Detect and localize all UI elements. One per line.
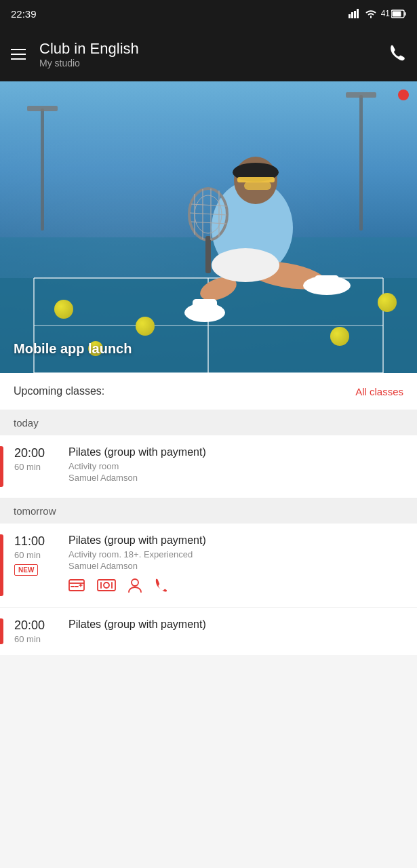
svg-point-42	[104, 583, 109, 588]
class-time: 20:00	[14, 446, 45, 460]
tennis-ball-1	[54, 300, 73, 319]
day-header-today: today	[0, 410, 417, 435]
tennis-ball-3	[330, 327, 349, 346]
classes-header: Upcoming classes: All classes	[0, 373, 417, 410]
status-time: 22:39	[11, 8, 37, 20]
svg-rect-1	[351, 12, 353, 18]
player-figure	[144, 140, 361, 339]
class-card: 20:00 60 min Pilates (group with payment…	[0, 435, 417, 498]
class-details-3: Pilates (group with payment)	[68, 618, 417, 644]
class-instructor-2: Samuel Adamson	[68, 561, 417, 571]
all-classes-link[interactable]: All classes	[355, 386, 403, 397]
pole-left	[41, 108, 44, 231]
class-indicator-3	[0, 618, 3, 644]
class-instructor: Samuel Adamson	[68, 473, 417, 483]
class-duration-3: 60 min	[14, 634, 41, 644]
hero-section: Mobile app launch	[0, 81, 417, 373]
class-indicator	[0, 446, 3, 487]
menu-button[interactable]	[11, 49, 26, 60]
day-header-tomorrow: tomorrow	[0, 498, 417, 524]
payment-card-icon[interactable]	[68, 579, 85, 595]
tennis-ball-4	[378, 293, 397, 312]
class-room: Activity room	[68, 461, 417, 471]
tennis-ball-2	[136, 317, 155, 336]
svg-rect-3	[357, 9, 359, 18]
battery-level: 41	[381, 9, 390, 18]
class-card-tomorrow-1: 11:00 60 min NEW Pilates (group with pay…	[0, 524, 417, 608]
header-title-block: Club in English My studio	[39, 40, 387, 68]
battery-indicator: 41	[381, 9, 406, 18]
day-label-today: today	[14, 417, 39, 429]
upcoming-classes-label: Upcoming classes:	[14, 385, 104, 397]
status-bar: 22:39 41	[0, 0, 417, 27]
cash-icon[interactable]	[97, 579, 116, 595]
phone-icon	[387, 43, 406, 62]
class-time-block: 20:00 60 min	[14, 446, 68, 487]
svg-rect-5	[405, 12, 406, 16]
svg-point-45	[132, 579, 138, 586]
class-duration: 60 min	[14, 462, 41, 472]
app-subtitle: My studio	[39, 58, 387, 68]
class-room-2: Activity room. 18+. Experienced	[68, 549, 417, 559]
svg-point-22	[212, 248, 279, 282]
class-actions	[68, 578, 417, 596]
class-card-tomorrow-2: 20:00 60 min Pilates (group with payment…	[0, 608, 417, 655]
class-details: Pilates (group with payment) Activity ro…	[68, 446, 417, 487]
class-time-2: 11:00	[14, 534, 45, 549]
class-time-3: 20:00	[14, 618, 45, 633]
notification-dot	[398, 90, 409, 100]
status-icons: 41	[349, 9, 406, 18]
app-title: Club in English	[39, 40, 387, 58]
class-indicator	[0, 534, 3, 596]
svg-rect-25	[193, 299, 217, 313]
svg-rect-0	[349, 14, 351, 18]
class-details-2: Pilates (group with payment) Activity ro…	[68, 534, 417, 596]
svg-rect-29	[205, 236, 211, 273]
day-label-tomorrow: tomorrow	[14, 505, 56, 517]
battery-icon	[391, 9, 406, 18]
svg-rect-41	[98, 580, 115, 591]
class-time-block-3: 20:00 60 min	[14, 618, 68, 644]
light-head-right	[346, 92, 376, 98]
svg-rect-18	[237, 177, 275, 182]
class-time-block-2: 11:00 60 min NEW	[14, 534, 68, 596]
hero-caption: Mobile app launch	[14, 341, 132, 357]
class-duration-2: 60 min	[14, 550, 41, 560]
light-head-left	[27, 106, 58, 111]
signal-icon	[349, 9, 361, 18]
svg-rect-19	[244, 182, 271, 190]
wifi-icon	[365, 9, 377, 18]
svg-rect-2	[354, 11, 356, 18]
phone-action-icon[interactable]	[154, 578, 167, 596]
class-name-2: Pilates (group with payment)	[68, 534, 417, 547]
class-name: Pilates (group with payment)	[68, 446, 417, 458]
svg-rect-26	[315, 275, 339, 288]
call-button[interactable]	[387, 43, 406, 66]
svg-rect-6	[393, 11, 401, 16]
top-bar: Club in English My studio	[0, 27, 417, 81]
profile-icon[interactable]	[128, 578, 142, 596]
class-name-3: Pilates (group with payment)	[68, 618, 417, 631]
new-badge: NEW	[14, 564, 38, 576]
